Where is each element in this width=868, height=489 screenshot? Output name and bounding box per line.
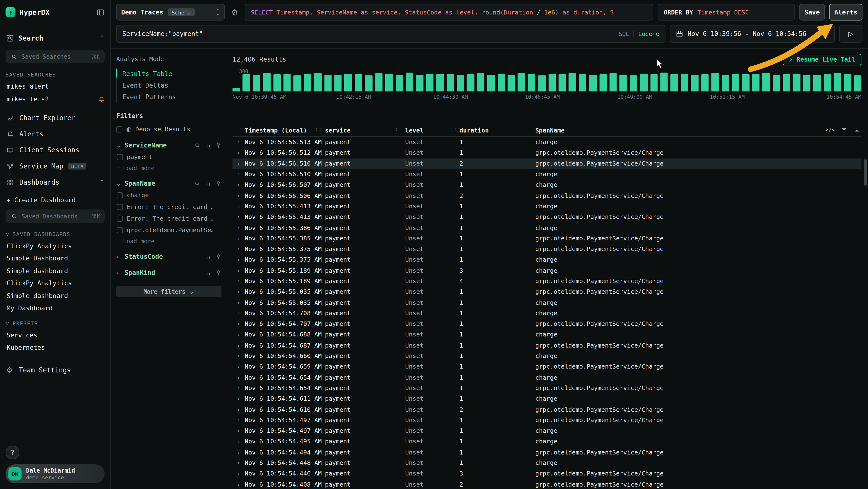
checkbox[interactable] — [116, 126, 122, 132]
histogram-bar[interactable] — [671, 74, 678, 91]
histogram-bar[interactable] — [446, 74, 454, 91]
histogram-bar[interactable] — [396, 75, 403, 91]
histogram-bar[interactable] — [365, 75, 373, 91]
filter-group-servicename[interactable]: ⌄ ServiceName — [116, 141, 221, 149]
table-row[interactable]: ›Nov 6 10:54:54.446 AMpaymentUnset3grpc.… — [232, 468, 861, 479]
histogram-bar[interactable] — [569, 73, 576, 91]
histogram-bar[interactable] — [650, 74, 658, 91]
dashboard-item[interactable]: ClickPy Analytics — [5, 279, 105, 287]
histogram-bar[interactable] — [375, 73, 383, 91]
table-row[interactable]: ›Nov 6 10:54:54.687 AMpaymentUnset1grpc.… — [232, 340, 861, 351]
table-row[interactable]: ›Nov 6 10:54:55.189 AMpaymentUnset4grpc.… — [232, 276, 861, 287]
histogram-bar[interactable] — [763, 73, 770, 91]
more-filters-button[interactable]: More filters ⌄ — [116, 286, 221, 297]
row-expand-icon[interactable]: › — [232, 256, 245, 264]
checkbox[interactable] — [117, 204, 123, 210]
analysis-mode-event-deltas[interactable]: Event Deltas — [117, 79, 221, 91]
row-expand-icon[interactable]: › — [232, 267, 245, 274]
histogram-bar[interactable] — [457, 75, 464, 91]
histogram-bar[interactable] — [497, 74, 505, 91]
table-row[interactable]: ›Nov 6 10:54:54.659 AMpaymentUnset1grpc.… — [232, 361, 861, 372]
download-icon[interactable] — [854, 126, 860, 133]
checkbox[interactable] — [117, 215, 123, 222]
row-expand-icon[interactable]: › — [232, 160, 245, 167]
row-expand-icon[interactable]: › — [232, 406, 245, 413]
table-row[interactable]: ›Nov 6 10:54:55.035 AMpaymentUnset1charg… — [232, 297, 861, 308]
table-row[interactable]: ›Nov 6 10:54:54.654 AMpaymentUnset1charg… — [232, 372, 861, 383]
row-expand-icon[interactable]: › — [232, 438, 245, 445]
dashboard-item[interactable]: ClickPy Analytics — [5, 242, 105, 250]
table-row[interactable]: ›Nov 6 10:54:55.413 AMpaymentUnset1grpc.… — [232, 212, 861, 222]
histogram-bar[interactable] — [691, 75, 699, 91]
saved-search-item[interactable]: mikes alert — [5, 83, 105, 90]
histogram-bar[interactable] — [742, 74, 749, 91]
histogram-bar[interactable] — [507, 75, 515, 91]
histogram-bar[interactable] — [854, 75, 862, 91]
column-header-spanname[interactable]: ⋮⋮SpanName — [535, 127, 861, 134]
language-toggle-sql[interactable]: SQL — [619, 30, 629, 37]
histogram-bar[interactable] — [334, 75, 342, 91]
histogram-bar[interactable] — [620, 75, 627, 91]
table-row[interactable]: ›Nov 6 10:54:54.497 AMpaymentUnset1grpc.… — [232, 415, 861, 426]
table-row[interactable]: ›Nov 6 10:54:55.385 AMpaymentUnset1grpc.… — [232, 233, 861, 244]
histogram-bar[interactable] — [548, 74, 556, 91]
row-expand-icon[interactable]: › — [232, 203, 245, 210]
histogram-bar[interactable] — [467, 74, 474, 91]
table-row[interactable]: ›Nov 6 10:54:54.660 AMpaymentUnset1charg… — [232, 351, 861, 361]
table-row[interactable]: ›Nov 6 10:54:55.035 AMpaymentUnset1grpc.… — [232, 287, 861, 297]
user-menu[interactable]: DM Dale McDiarmid demo-service - — [5, 464, 105, 483]
histogram-bar[interactable] — [518, 73, 525, 91]
row-expand-icon[interactable]: › — [232, 310, 245, 317]
filter-value-grpc[interactable]: grpc.oteldemo.PaymentSe… — [116, 227, 221, 234]
histogram-bar[interactable] — [477, 73, 485, 91]
sidebar-item-client-sessions[interactable]: Client Sessions — [5, 145, 105, 155]
histogram-bar[interactable] — [385, 74, 393, 91]
histogram-bar[interactable] — [610, 73, 617, 91]
filter-chart-icon[interactable] — [205, 253, 211, 259]
sidebar-item-alerts[interactable]: Alerts — [5, 129, 105, 139]
histogram-bar[interactable] — [773, 75, 780, 91]
column-drag-handle-icon[interactable]: ⋮⋮ — [314, 127, 323, 133]
histogram-bar[interactable] — [813, 75, 821, 91]
histogram-bar[interactable] — [722, 75, 729, 91]
row-expand-icon[interactable]: › — [232, 149, 245, 156]
row-expand-icon[interactable]: › — [232, 481, 245, 488]
search-query-input[interactable]: ServiceName:"payment" SQL | Lucene — [116, 25, 665, 42]
row-expand-icon[interactable]: › — [232, 427, 245, 434]
analysis-mode-results-table[interactable]: Results Table — [117, 67, 221, 79]
app-logo[interactable]: HyperDX — [5, 7, 50, 17]
table-row[interactable]: ›Nov 6 10:54:54.494 AMpaymentUnset1grpc.… — [232, 447, 861, 458]
row-expand-icon[interactable]: › — [232, 470, 245, 478]
histogram-bar[interactable] — [701, 74, 709, 91]
table-row[interactable]: ›Nov 6 10:54:54.611 AMpaymentUnset1charg… — [232, 394, 861, 404]
create-dashboard-button[interactable]: + Create Dashboard — [5, 196, 105, 204]
table-row[interactable]: ›Nov 6 10:54:56.507 AMpaymentUnset1charg… — [232, 179, 861, 190]
histogram-bar[interactable] — [426, 74, 434, 91]
sidebar-item-search[interactable]: Search ⌃ — [5, 34, 105, 42]
filter-chart-icon[interactable] — [205, 180, 211, 186]
table-row[interactable]: ›Nov 6 10:54:54.448 AMpaymentUnset1charg… — [232, 458, 861, 468]
saved-dashboards-input[interactable]: Saved Dashboards ⌘K — [5, 209, 105, 223]
checkbox[interactable] — [117, 192, 123, 198]
sidebar-item-chart-explorer[interactable]: Chart Explorer — [5, 113, 105, 123]
row-expand-icon[interactable]: › — [232, 299, 245, 306]
table-row[interactable]: ›Nov 6 10:54:56.510 AMpaymentUnset2grpc.… — [232, 158, 861, 169]
table-settings-icon[interactable] — [841, 126, 847, 133]
histogram-bar[interactable] — [752, 74, 760, 91]
order-by-editor[interactable]: ORDER BY Timestamp DESC — [658, 4, 795, 21]
row-expand-icon[interactable]: › — [232, 224, 245, 231]
source-settings-gear-icon[interactable]: ⚙ — [229, 4, 240, 21]
histogram-bar[interactable] — [355, 74, 362, 91]
table-row[interactable]: ›Nov 6 10:54:56.506 AMpaymentUnset2grpc.… — [232, 191, 861, 201]
filter-value-charge[interactable]: charge — [116, 192, 221, 199]
column-drag-handle-icon[interactable]: ⋮⋮ — [448, 127, 457, 133]
row-expand-icon[interactable]: › — [232, 395, 245, 403]
table-row[interactable]: ›Nov 6 10:54:55.375 AMpaymentUnset1charg… — [232, 254, 861, 265]
histogram-bar[interactable] — [660, 73, 668, 91]
histogram-bar[interactable] — [844, 74, 851, 91]
histogram-bar[interactable] — [559, 74, 566, 91]
row-expand-icon[interactable]: › — [232, 363, 245, 371]
resume-live-tail-button[interactable]: ⚡ Resume Live Tail — [783, 54, 861, 65]
sidebar-item-team-settings[interactable]: ⚙ Team Settings — [5, 366, 105, 374]
histogram-bar[interactable] — [579, 74, 586, 91]
